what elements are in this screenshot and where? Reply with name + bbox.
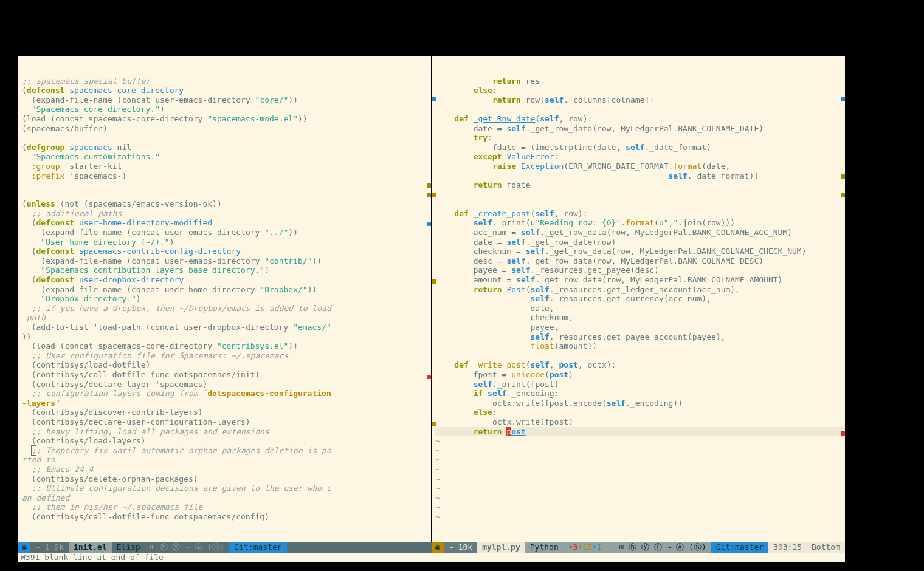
buffer-size: ~ 1.9k [30,542,69,553]
emacs-frame: ;; spacemacs special buffer (defconst sp… [18,56,845,542]
major-mode[interactable]: Python [525,542,564,553]
symbol: spacemacs-core-directory [69,86,184,95]
right-buffer[interactable]: return res else: return row[self._column… [432,66,845,523]
line-col: 303:15 [768,542,807,553]
buffer-name[interactable]: init.el [69,542,112,553]
echo-area: W391 blank line at end of file [18,553,845,562]
major-mode[interactable]: Elisp [112,542,145,553]
keyword: defconst [27,86,65,95]
minor-modes[interactable]: ⊞ ⓗ ⓨ ~ Ⓐ (Ⓢ) [145,542,229,553]
comment: ;; spacemacs special buffer [22,77,150,86]
modeline-right[interactable]: ◉ ~ 10k mylpl.py Python •3 •15 •1 ⊞ ⓗ ⓨ … [432,542,845,553]
scroll-pos: Bottom [807,542,845,553]
modelines: ◉ ~ 1.9k init.el Elisp ⊞ ⓗ ⓨ ~ Ⓐ (Ⓢ) Git… [18,542,845,553]
left-window[interactable]: ;; spacemacs special buffer (defconst sp… [18,56,432,541]
current-line: return post [435,427,845,436]
modeline-left[interactable]: ◉ ~ 1.9k init.el Elisp ⊞ ⓗ ⓨ ~ Ⓐ (Ⓢ) Git… [18,542,432,553]
minor-modes[interactable]: ⊞ ⓗ ⓨ Ⓕ ~ Ⓐ (Ⓢ) [615,542,711,553]
right-window[interactable]: return res else: return row[self._column… [432,56,845,541]
flycheck-counts[interactable]: •3 •15 •1 [564,542,607,553]
evil-state-indicator: ◉ [18,542,30,553]
evil-state-indicator: ◉ [432,542,444,553]
left-buffer[interactable]: ;; spacemacs special buffer (defconst sp… [18,66,431,523]
buffer-name[interactable]: mylpl.py [477,542,525,553]
keyword: unless [27,199,55,208]
keyword: defgroup [27,143,65,152]
buffer-size: ~ 10k [444,542,477,553]
vc-branch[interactable]: Git:master [711,542,768,553]
vc-branch[interactable]: Git:master [229,542,286,553]
